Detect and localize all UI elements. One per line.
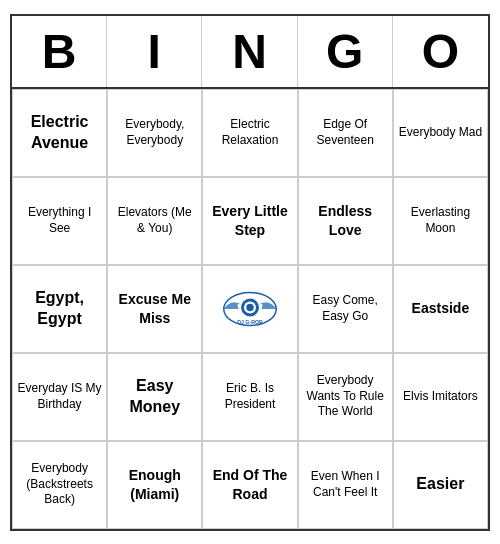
bingo-letter: N xyxy=(202,16,297,87)
bingo-cell: Elvis Imitators xyxy=(393,353,488,441)
bingo-cell: Everybody Mad xyxy=(393,89,488,177)
svg-text:DJ G-ROB: DJ G-ROB xyxy=(237,319,263,325)
bingo-card: BINGO Electric AvenueEverybody, Everybod… xyxy=(10,14,490,531)
bingo-cell: Egypt, Egypt xyxy=(12,265,107,353)
bingo-cell: DJ G-ROB xyxy=(202,265,297,353)
bingo-cell: Easy Money xyxy=(107,353,202,441)
bingo-header: BINGO xyxy=(12,16,488,89)
bingo-cell: Easy Come, Easy Go xyxy=(298,265,393,353)
bingo-cell: Even When I Can't Feel It xyxy=(298,441,393,529)
free-space: DJ G-ROB xyxy=(205,268,294,350)
bingo-cell: Endless Love xyxy=(298,177,393,265)
bingo-cell: Everybody (Backstreets Back) xyxy=(12,441,107,529)
bingo-grid: Electric AvenueEverybody, EverybodyElect… xyxy=(12,89,488,529)
bingo-cell: Electric Relaxation xyxy=(202,89,297,177)
bingo-cell: Enough (Miami) xyxy=(107,441,202,529)
bingo-letter: O xyxy=(393,16,488,87)
bingo-cell: Edge Of Seventeen xyxy=(298,89,393,177)
bingo-cell: Electric Avenue xyxy=(12,89,107,177)
bingo-cell: Every Little Step xyxy=(202,177,297,265)
bingo-letter: B xyxy=(12,16,107,87)
svg-point-3 xyxy=(246,303,254,311)
bingo-cell: Eastside xyxy=(393,265,488,353)
bingo-cell: Elevators (Me & You) xyxy=(107,177,202,265)
bingo-cell: Everlasting Moon xyxy=(393,177,488,265)
bingo-cell: Everybody Wants To Rule The World xyxy=(298,353,393,441)
bingo-letter: I xyxy=(107,16,202,87)
bingo-cell: Everybody, Everybody xyxy=(107,89,202,177)
bingo-cell: End Of The Road xyxy=(202,441,297,529)
bingo-letter: G xyxy=(298,16,393,87)
bingo-cell: Everything I See xyxy=(12,177,107,265)
bingo-cell: Everyday IS My Birthday xyxy=(12,353,107,441)
bingo-cell: Excuse Me Miss xyxy=(107,265,202,353)
bingo-cell: Easier xyxy=(393,441,488,529)
bingo-cell: Eric B. Is President xyxy=(202,353,297,441)
